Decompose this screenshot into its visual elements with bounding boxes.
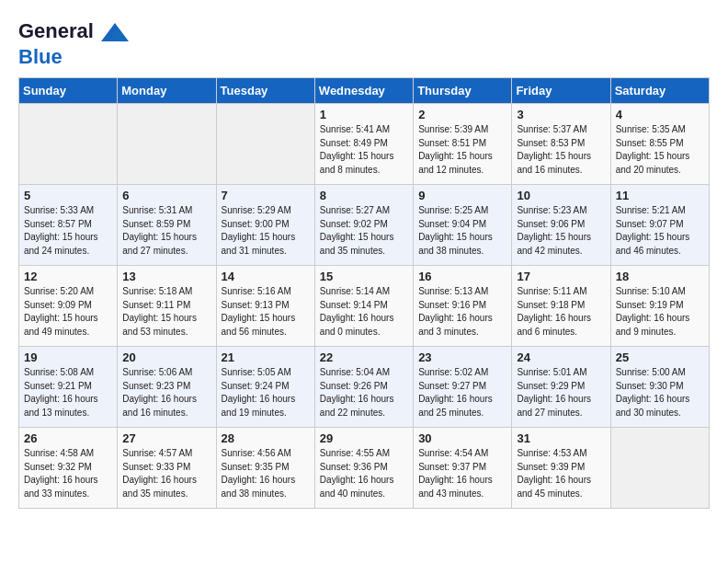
day-info: Sunrise: 5:08 AMSunset: 9:21 PMDaylight:… [24,367,98,418]
day-info: Sunrise: 5:27 AMSunset: 9:02 PMDaylight:… [320,205,394,256]
day-info: Sunrise: 4:55 AMSunset: 9:36 PMDaylight:… [320,448,394,499]
day-header-tuesday: Tuesday [216,78,314,104]
calendar-cell: 20Sunrise: 5:06 AMSunset: 9:23 PMDayligh… [118,347,216,428]
day-header-sunday: Sunday [19,78,118,104]
logo-text: General [18,18,129,46]
calendar-cell: 22Sunrise: 5:04 AMSunset: 9:26 PMDayligh… [314,347,413,428]
day-info: Sunrise: 5:23 AMSunset: 9:06 PMDaylight:… [517,205,591,256]
calendar-cell: 29Sunrise: 4:55 AMSunset: 9:36 PMDayligh… [314,428,413,509]
day-number: 22 [320,350,408,364]
day-number: 24 [517,350,605,364]
day-number: 28 [222,431,310,445]
calendar-cell: 11Sunrise: 5:21 AMSunset: 9:07 PMDayligh… [610,185,709,266]
page-header: General Blue [18,18,710,68]
day-number: 10 [517,189,605,202]
day-number: 11 [616,189,704,202]
calendar-cell: 21Sunrise: 5:05 AMSunset: 9:24 PMDayligh… [216,347,314,428]
day-info: Sunrise: 5:13 AMSunset: 9:16 PMDaylight:… [418,286,493,337]
day-number: 7 [222,189,310,202]
day-info: Sunrise: 5:37 AMSunset: 8:53 PMDaylight:… [517,124,591,175]
day-info: Sunrise: 5:41 AMSunset: 8:49 PMDaylight:… [320,124,394,175]
day-number: 9 [418,189,506,202]
day-number: 23 [418,350,506,364]
logo: General Blue [18,18,129,68]
logo-blue: Blue [18,46,129,68]
day-info: Sunrise: 5:18 AMSunset: 9:11 PMDaylight:… [122,286,197,337]
day-info: Sunrise: 5:29 AMSunset: 9:00 PMDaylight:… [222,205,296,256]
day-info: Sunrise: 5:11 AMSunset: 9:18 PMDaylight:… [517,286,591,337]
day-info: Sunrise: 4:57 AMSunset: 9:33 PMDaylight:… [122,448,197,499]
day-info: Sunrise: 4:58 AMSunset: 9:32 PMDaylight:… [24,448,98,499]
calendar-cell: 30Sunrise: 4:54 AMSunset: 9:37 PMDayligh… [414,428,512,509]
day-number: 25 [616,350,704,364]
day-info: Sunrise: 5:05 AMSunset: 9:24 PMDaylight:… [222,367,296,418]
day-number: 13 [122,270,210,283]
calendar-cell: 23Sunrise: 5:02 AMSunset: 9:27 PMDayligh… [414,347,512,428]
calendar-cell: 15Sunrise: 5:14 AMSunset: 9:14 PMDayligh… [314,266,413,347]
day-number: 1 [320,108,408,121]
day-info: Sunrise: 5:16 AMSunset: 9:13 PMDaylight:… [222,286,296,337]
day-number: 31 [517,431,605,445]
calendar-cell: 16Sunrise: 5:13 AMSunset: 9:16 PMDayligh… [414,266,512,347]
calendar-cell: 5Sunrise: 5:33 AMSunset: 8:57 PMDaylight… [19,185,118,266]
day-number: 5 [24,189,112,202]
calendar-cell [118,104,216,185]
calendar-cell: 19Sunrise: 5:08 AMSunset: 9:21 PMDayligh… [19,347,118,428]
day-number: 29 [320,431,408,445]
calendar-cell: 8Sunrise: 5:27 AMSunset: 9:02 PMDaylight… [314,185,413,266]
day-info: Sunrise: 5:01 AMSunset: 9:29 PMDaylight:… [517,367,591,418]
day-info: Sunrise: 5:14 AMSunset: 9:14 PMDaylight:… [320,286,394,337]
day-header-monday: Monday [118,78,216,104]
day-number: 14 [222,270,310,283]
day-info: Sunrise: 5:25 AMSunset: 9:04 PMDaylight:… [418,205,493,256]
day-number: 2 [418,108,506,121]
calendar-cell: 3Sunrise: 5:37 AMSunset: 8:53 PMDaylight… [512,104,610,185]
calendar-table: SundayMondayTuesdayWednesdayThursdayFrid… [18,77,710,509]
calendar-cell: 4Sunrise: 5:35 AMSunset: 8:55 PMDaylight… [610,104,709,185]
day-number: 4 [616,108,704,121]
day-number: 20 [122,350,210,364]
day-number: 3 [517,108,605,121]
day-number: 6 [122,189,210,202]
day-number: 30 [418,431,506,445]
calendar-cell: 14Sunrise: 5:16 AMSunset: 9:13 PMDayligh… [216,266,314,347]
day-info: Sunrise: 5:21 AMSunset: 9:07 PMDaylight:… [616,205,690,256]
calendar-cell: 6Sunrise: 5:31 AMSunset: 8:59 PMDaylight… [118,185,216,266]
calendar-cell: 12Sunrise: 5:20 AMSunset: 9:09 PMDayligh… [19,266,118,347]
calendar-cell [610,428,709,509]
day-number: 15 [320,270,408,283]
day-info: Sunrise: 5:02 AMSunset: 9:27 PMDaylight:… [418,367,493,418]
day-number: 18 [616,270,704,283]
calendar-cell: 28Sunrise: 4:56 AMSunset: 9:35 PMDayligh… [216,428,314,509]
day-number: 26 [24,431,112,445]
day-header-wednesday: Wednesday [314,78,413,104]
day-number: 27 [122,431,210,445]
day-number: 16 [418,270,506,283]
day-number: 8 [320,189,408,202]
day-header-friday: Friday [512,78,610,104]
calendar-cell: 10Sunrise: 5:23 AMSunset: 9:06 PMDayligh… [512,185,610,266]
day-info: Sunrise: 4:56 AMSunset: 9:35 PMDaylight:… [222,448,296,499]
day-info: Sunrise: 5:35 AMSunset: 8:55 PMDaylight:… [616,124,690,175]
day-number: 17 [517,270,605,283]
calendar-cell: 17Sunrise: 5:11 AMSunset: 9:18 PMDayligh… [512,266,610,347]
day-number: 19 [24,350,112,364]
calendar-cell: 24Sunrise: 5:01 AMSunset: 9:29 PMDayligh… [512,347,610,428]
calendar-cell: 13Sunrise: 5:18 AMSunset: 9:11 PMDayligh… [118,266,216,347]
calendar-cell: 25Sunrise: 5:00 AMSunset: 9:30 PMDayligh… [610,347,709,428]
day-info: Sunrise: 5:39 AMSunset: 8:51 PMDaylight:… [418,124,493,175]
day-info: Sunrise: 4:54 AMSunset: 9:37 PMDaylight:… [418,448,493,499]
day-header-saturday: Saturday [610,78,709,104]
calendar-cell: 2Sunrise: 5:39 AMSunset: 8:51 PMDaylight… [414,104,512,185]
day-number: 21 [222,350,310,364]
day-info: Sunrise: 5:10 AMSunset: 9:19 PMDaylight:… [616,286,690,337]
calendar-cell: 9Sunrise: 5:25 AMSunset: 9:04 PMDaylight… [414,185,512,266]
calendar-cell: 26Sunrise: 4:58 AMSunset: 9:32 PMDayligh… [19,428,118,509]
calendar-cell: 1Sunrise: 5:41 AMSunset: 8:49 PMDaylight… [314,104,413,185]
calendar-cell [19,104,118,185]
day-info: Sunrise: 5:04 AMSunset: 9:26 PMDaylight:… [320,367,394,418]
day-info: Sunrise: 5:33 AMSunset: 8:57 PMDaylight:… [24,205,98,256]
day-info: Sunrise: 5:06 AMSunset: 9:23 PMDaylight:… [122,367,197,418]
day-number: 12 [24,270,112,283]
calendar-cell [216,104,314,185]
